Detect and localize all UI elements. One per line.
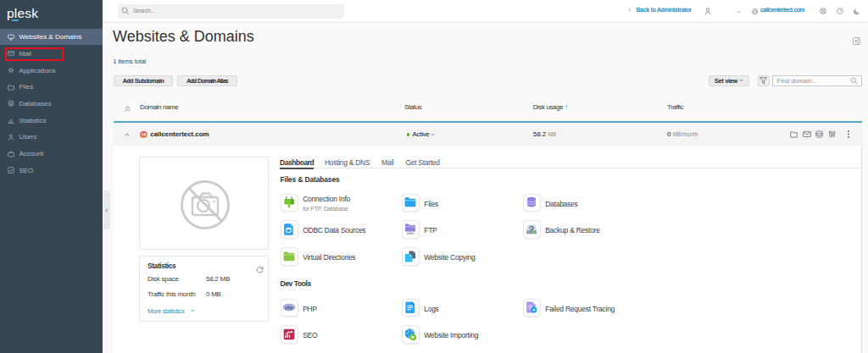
svg-text:php: php	[286, 306, 293, 310]
svg-text:?: ?	[839, 9, 842, 14]
